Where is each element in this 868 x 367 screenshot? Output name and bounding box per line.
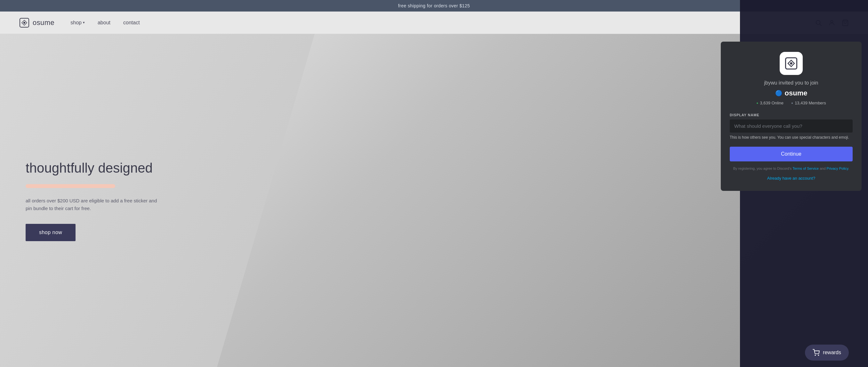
nav-about[interactable]: about xyxy=(98,20,111,26)
privacy-policy-link[interactable]: Privacy Policy xyxy=(827,166,848,171)
box-icon xyxy=(785,57,798,70)
have-account-section: Already have an account? xyxy=(730,176,852,181)
login-link[interactable]: Already have an account? xyxy=(767,176,815,181)
logo-text: osume xyxy=(33,19,54,27)
announcement-text: free shipping for orders over $125 xyxy=(398,3,470,8)
rewards-icon xyxy=(813,349,820,356)
chevron-down-icon: ▾ xyxy=(83,21,85,25)
terms-of-service-link[interactable]: Terms of Service xyxy=(793,166,819,171)
members-dot: ● xyxy=(791,101,793,105)
discord-server-name: 🔵 osume xyxy=(730,89,852,97)
hero-content: thoughtfully designed all orders over $2… xyxy=(0,160,160,241)
display-name-label: DISPLAY NAME xyxy=(730,113,852,117)
discord-logo-wrap xyxy=(730,52,852,75)
hero-title: thoughtfully designed xyxy=(26,160,160,176)
rewards-label: rewards xyxy=(823,350,841,356)
continue-button[interactable]: Continue xyxy=(730,147,852,161)
main-nav: shop ▾ about contact xyxy=(70,20,140,26)
rewards-button[interactable]: rewards xyxy=(805,344,849,361)
hero-description: all orders over $200 USD are eligible to… xyxy=(26,197,160,212)
nav-shop[interactable]: shop ▾ xyxy=(70,20,85,26)
discord-logo-box xyxy=(780,52,803,75)
online-dot: ● xyxy=(756,101,758,105)
display-name-input[interactable] xyxy=(730,119,852,132)
header-left: osume shop ▾ about contact xyxy=(19,18,140,28)
discord-terms: By registering, you agree to Discord’s T… xyxy=(730,166,852,171)
discord-stats: ● 3,639 Online ● 13,439 Members xyxy=(730,100,852,105)
logo-icon xyxy=(19,18,29,28)
discord-modal: jbywu invited you to join 🔵 osume ● 3,63… xyxy=(721,42,862,191)
svg-point-9 xyxy=(818,355,819,356)
svg-point-8 xyxy=(815,355,815,356)
svg-point-1 xyxy=(23,22,25,24)
members-stat: ● 13,439 Members xyxy=(791,100,826,105)
logo[interactable]: osume xyxy=(19,18,54,28)
online-stat: ● 3,639 Online xyxy=(756,100,783,105)
input-hint: This is how others see you. You can use … xyxy=(730,134,852,140)
verified-icon: 🔵 xyxy=(775,90,782,97)
svg-point-7 xyxy=(790,62,793,65)
hero-decorative-bar xyxy=(26,184,115,188)
shop-now-button[interactable]: shop now xyxy=(26,224,75,241)
header: osume shop ▾ about contact xyxy=(0,11,868,34)
announcement-bar: free shipping for orders over $125 xyxy=(0,0,868,11)
discord-invited-text: jbywu invited you to join xyxy=(730,80,852,86)
nav-contact[interactable]: contact xyxy=(123,20,140,26)
